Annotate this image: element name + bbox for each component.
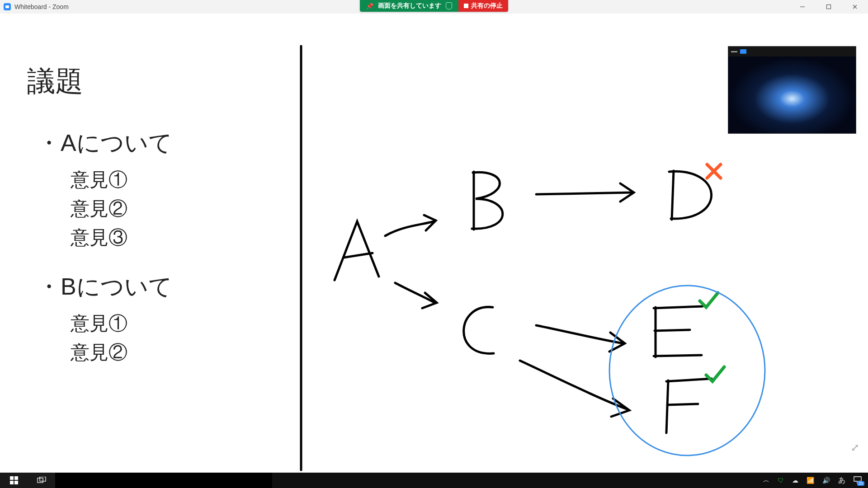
windows-taskbar: ︿ 🛡 ☁ 📶 🔊 あ 20	[0, 473, 868, 488]
agenda-opinion: 意見①	[71, 311, 172, 336]
zoom-app-icon	[4, 3, 11, 10]
svg-rect-7	[10, 476, 14, 480]
arrow-c-e	[536, 325, 625, 352]
task-view-button[interactable]	[28, 473, 55, 488]
security-icon[interactable]: 🛡	[778, 477, 784, 484]
action-center-icon[interactable]: 20	[854, 476, 862, 485]
arrow-a-c	[395, 283, 437, 308]
node-c	[464, 307, 494, 353]
agenda-text-block[interactable]: 議題 ・Aについて 意見① 意見② 意見③ ・Bについて 意見① 意見②	[27, 62, 172, 369]
window-maximize-button[interactable]	[816, 0, 842, 14]
node-e	[654, 306, 703, 357]
screen-share-banner: 📌 画面を共有しています 共有の停止	[360, 0, 508, 12]
svg-line-4	[536, 192, 632, 194]
stop-icon	[464, 4, 468, 8]
svg-rect-9	[10, 481, 14, 484]
volume-icon[interactable]: 🔊	[822, 477, 830, 484]
onedrive-icon[interactable]: ☁	[792, 477, 798, 484]
stamp-x-icon	[707, 164, 721, 178]
camera-preview-header[interactable]	[728, 47, 856, 56]
wifi-icon[interactable]: 📶	[807, 477, 814, 484]
shield-icon	[446, 2, 452, 9]
svg-rect-10	[14, 481, 18, 484]
expand-icon[interactable]: ⤢	[851, 442, 859, 454]
notification-count-badge: 20	[857, 481, 864, 486]
stamp-check-icon	[700, 293, 718, 307]
tray-overflow-icon[interactable]: ︿	[763, 476, 769, 484]
pin-icon: 📌	[366, 3, 373, 9]
agenda-opinion: 意見②	[71, 196, 172, 221]
circle-annotation	[609, 286, 765, 455]
camera-video-feed	[728, 56, 856, 133]
camera-minimize-icon[interactable]	[731, 51, 737, 52]
stamp-check-icon	[706, 367, 724, 381]
whiteboard-canvas[interactable]: 議題 ・Aについて 意見① 意見② 意見③ ・Bについて 意見① 意見②	[0, 14, 868, 473]
agenda-title: 議題	[27, 62, 172, 100]
stop-share-button[interactable]: 共有の停止	[458, 0, 508, 12]
node-a	[335, 221, 379, 280]
node-b	[472, 172, 503, 230]
svg-rect-1	[827, 5, 831, 9]
agenda-opinion: 意見②	[71, 340, 172, 365]
agenda-topic-a: ・Aについて	[37, 127, 172, 159]
window-minimize-button[interactable]	[789, 0, 816, 14]
window-close-button[interactable]	[842, 0, 868, 14]
node-d	[669, 171, 712, 220]
camera-view-icon[interactable]	[740, 49, 746, 54]
agenda-opinion: 意見③	[71, 225, 172, 250]
arrow-c-f	[520, 361, 629, 417]
ime-indicator[interactable]: あ	[838, 476, 845, 485]
svg-line-5	[707, 164, 721, 178]
agenda-topic-b: ・Bについて	[37, 271, 172, 303]
camera-preview-panel[interactable]	[728, 46, 856, 134]
agenda-opinion: 意見①	[71, 167, 172, 192]
window-title: Whiteboard - Zoom	[14, 3, 69, 10]
svg-rect-11	[38, 478, 43, 483]
taskbar-running-apps[interactable]	[55, 473, 272, 488]
system-tray: ︿ 🛡 ☁ 📶 🔊 あ 20	[757, 476, 868, 485]
svg-line-6	[707, 164, 721, 178]
svg-rect-8	[14, 476, 18, 480]
arrow-a-b	[385, 215, 436, 236]
start-button[interactable]	[0, 473, 28, 488]
node-f	[666, 379, 712, 433]
share-status-text: 画面を共有しています	[378, 2, 441, 10]
share-status[interactable]: 📌 画面を共有しています	[360, 0, 458, 12]
stop-share-label: 共有の停止	[471, 2, 503, 10]
arrow-b-d	[536, 183, 634, 202]
